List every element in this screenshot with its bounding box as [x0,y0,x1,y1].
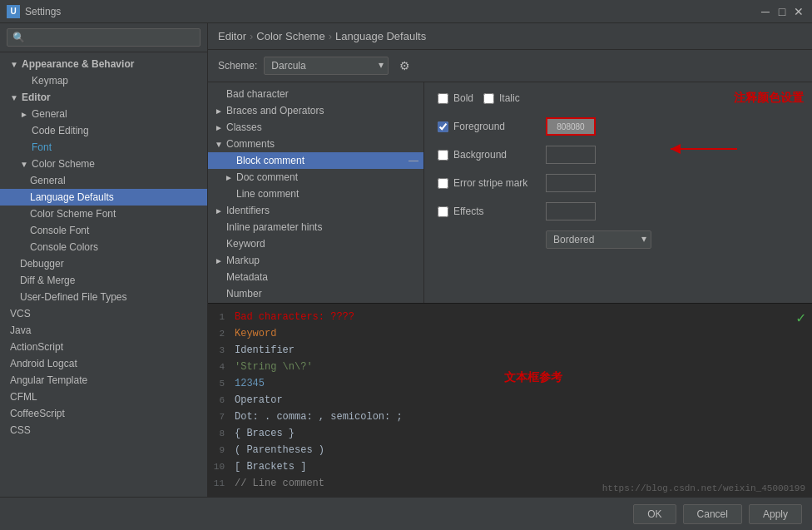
sidebar-item-angular-template[interactable]: Angular Template [0,372,207,389]
sidebar-item-label: General [32,108,67,120]
sidebar-item-vcs[interactable]: VCS [0,305,207,322]
apply-button[interactable]: Apply [749,504,802,524]
effects-checkbox[interactable] [438,206,448,217]
effects-select[interactable]: Bordered Underscored Bold Underscored Un… [546,230,651,249]
sidebar-item-general[interactable]: ► General [0,106,207,122]
background-checkbox-label[interactable]: Background [438,149,537,161]
token-inline-hints[interactable]: Inline parameter hints [208,219,423,235]
sidebar-item-label: Android Logcat [10,358,77,369]
breadcrumb-sep2: › [329,30,332,42]
sidebar-item-label: Debugger [20,258,64,270]
token-number[interactable]: Number [208,285,423,302]
sidebar-item-coffeescript[interactable]: CoffeeScript [0,405,207,422]
italic-checkbox-label[interactable]: Italic [483,92,520,104]
token-doc-comment[interactable]: ► Doc comment [208,169,423,186]
preview-line: 3 Identifier [208,342,812,359]
preview-line: 2 Keyword [208,325,812,342]
settings-dialog: ▼ Appearance & Behavior Keymap ▼ Editor … [0,23,812,530]
arrow-icon: ► [215,123,223,132]
sidebar-item-editor[interactable]: ▼ Editor [0,89,207,106]
maximize-button[interactable]: □ [775,5,789,18]
sidebar-item-console-font[interactable]: Console Font [0,222,207,239]
sidebar-item-label: Code Editing [32,125,89,136]
preview-line: 10 [ Brackets ] [208,458,812,475]
token-label: Doc comment [236,171,298,183]
sidebar-item-label: Java [10,324,31,336]
token-bad-char[interactable]: Bad character [208,86,423,102]
token-classes[interactable]: ► Classes [208,119,423,136]
token-identifiers[interactable]: ► Identifiers [208,202,423,219]
checkmark-icon: ✓ [796,309,805,327]
sidebar-item-label: Color Scheme [32,158,95,170]
content-area: Editor › Color Scheme › Language Default… [208,23,812,497]
sidebar-item-font[interactable]: Font [0,139,207,156]
ok-button[interactable]: OK [633,504,676,524]
scheme-select[interactable]: Darcula Default High Contrast [264,57,389,75]
sidebar-item-label: General [30,175,66,186]
search-input[interactable] [7,28,201,47]
sidebar-item-java[interactable]: Java [0,322,207,339]
breadcrumb-sep1: › [250,30,253,42]
foreground-checkbox[interactable] [438,121,448,132]
sidebar-item-diff-merge[interactable]: Diff & Merge [0,272,207,289]
sidebar-item-color-scheme[interactable]: ▼ Color Scheme [0,156,207,172]
token-markup[interactable]: ► Markup [208,252,423,269]
foreground-row: Foreground 808080 [438,117,799,136]
background-label: Background [453,149,507,161]
sidebar-item-android-logcat[interactable]: Android Logcat [0,355,207,372]
close-button[interactable]: ✕ [792,5,805,18]
token-label: Inline parameter hints [226,221,322,233]
token-keyword[interactable]: Keyword [208,235,423,252]
token-label: Bad character [226,88,289,100]
scheme-select-wrap: Darcula Default High Contrast [264,57,389,75]
arrow-icon: ► [215,206,223,215]
sidebar-item-label: Diff & Merge [20,275,75,286]
effects-row: Effects [438,202,799,220]
italic-checkbox[interactable] [483,93,494,104]
token-comments[interactable]: ▼ Comments [208,136,423,152]
sidebar-item-actionscript[interactable]: ActionScript [0,339,207,355]
foreground-color-box[interactable]: 808080 [546,117,596,136]
token-braces-ops[interactable]: ► Braces and Operators [208,102,423,119]
effects-color-box[interactable] [546,202,596,220]
bold-checkbox[interactable] [438,93,448,104]
sidebar-item-appearance[interactable]: ▼ Appearance & Behavior [0,56,207,72]
sidebar-item-language-defaults[interactable]: Language Defaults [0,189,207,206]
error-stripe-color-box[interactable] [546,174,596,192]
sidebar-item-cfml[interactable]: CFML [0,389,207,405]
error-stripe-checkbox-label[interactable]: Error stripe mark [438,177,537,189]
sidebar-item-user-defined[interactable]: User-Defined File Types [0,289,207,305]
sidebar-item-code-editing[interactable]: Code Editing [0,122,207,139]
foreground-checkbox-label[interactable]: Foreground [438,121,537,132]
sidebar-item-keymap[interactable]: Keymap [0,72,207,89]
token-metadata[interactable]: Metadata [208,269,423,285]
bold-checkbox-label[interactable]: Bold [438,92,473,104]
preview-line: 6 Operator [208,392,812,409]
error-stripe-checkbox[interactable] [438,178,448,189]
effects-checkbox-label[interactable]: Effects [438,206,537,217]
background-color-box[interactable] [546,146,596,164]
cancel-button[interactable]: Cancel [683,504,742,524]
sidebar-item-console-colors[interactable]: Console Colors [0,239,207,255]
sidebar-item-color-scheme-font[interactable]: Color Scheme Font [0,206,207,222]
breadcrumb-language-defaults: Language Defaults [335,30,426,42]
token-line-comment[interactable]: Line comment [208,186,423,202]
token-tree: Bad character ► Braces and Operators ► C… [208,82,424,303]
preview-lines: 1 Bad characters: ???? 2 Keyword 3 Ident… [208,304,812,497]
sidebar-item-debugger[interactable]: Debugger [0,255,207,272]
token-label: Classes [226,121,262,133]
token-label: Comments [226,138,275,150]
background-checkbox[interactable] [438,150,448,161]
token-block-comment[interactable]: Block comment [208,152,423,169]
sidebar-item-label: Keymap [32,75,68,87]
sidebar-item-general2[interactable]: General [0,172,207,189]
sidebar-tree: ▼ Appearance & Behavior Keymap ▼ Editor … [0,52,207,497]
token-label: Keyword [226,238,265,250]
minimize-button[interactable]: ─ [759,5,772,18]
arrow-icon: ▼ [10,93,18,102]
arrow-icon: ► [215,256,223,265]
token-label: Braces and Operators [226,105,324,116]
properties-panel: Bold Italic Foreground [424,82,812,303]
sidebar-item-css[interactable]: CSS [0,422,207,438]
gear-button[interactable]: ⚙ [395,57,414,75]
